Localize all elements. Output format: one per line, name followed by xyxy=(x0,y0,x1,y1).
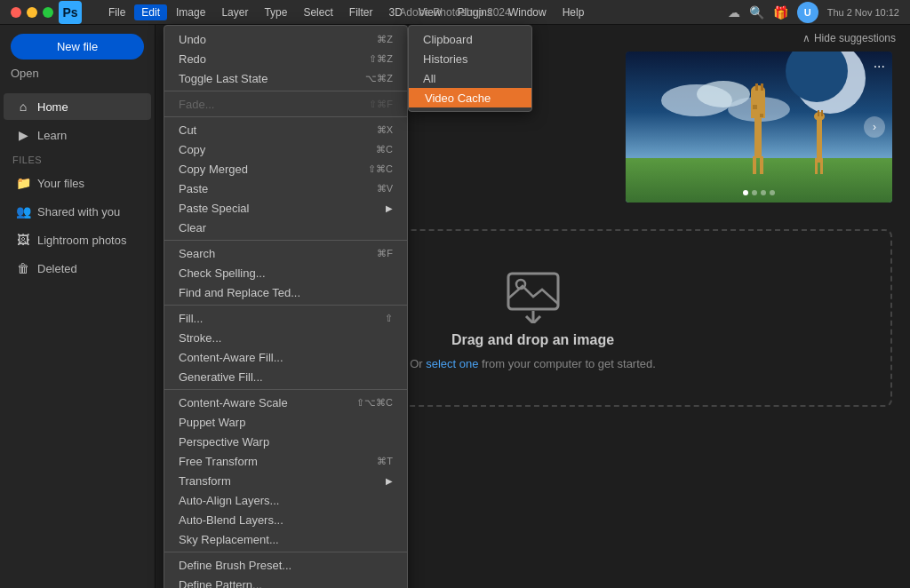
menu-filter[interactable]: Filter xyxy=(342,4,380,20)
svg-rect-12 xyxy=(753,156,756,174)
purge-clipboard[interactable]: Clipboard xyxy=(409,29,531,49)
new-file-button[interactable]: New file xyxy=(11,34,144,60)
svg-rect-16 xyxy=(817,118,822,163)
hide-suggestions-button[interactable]: ∧ Hide suggestions xyxy=(802,32,896,44)
menu-check-spelling[interactable]: Check Spelling... xyxy=(164,263,407,282)
menu-type[interactable]: Type xyxy=(257,4,294,20)
menu-select[interactable]: Select xyxy=(296,4,339,20)
menu-fill[interactable]: Fill...⇧ xyxy=(164,308,407,328)
purge-video-cache[interactable]: Video Cache xyxy=(409,88,531,107)
drop-image-icon xyxy=(505,266,562,323)
maximize-button[interactable] xyxy=(43,7,53,18)
menu-sky-replacement[interactable]: Sky Replacement... xyxy=(164,529,407,549)
separator-2 xyxy=(164,116,407,117)
shared-icon: 👥 xyxy=(16,204,30,219)
menu-edit[interactable]: Edit xyxy=(134,4,167,20)
sidebar: New file Open ⌂ Home ▶ Learn FILES 📁 You… xyxy=(0,25,156,588)
svg-rect-18 xyxy=(818,110,819,116)
menu-generative-fill[interactable]: Generative Fill... xyxy=(164,367,407,386)
sidebar-item-your-files[interactable]: 📁 Your files xyxy=(4,170,151,196)
edit-dropdown-menu: Undo⌘Z Redo⇧⌘Z Toggle Last State⌥⌘Z Fade… xyxy=(164,25,408,588)
svg-rect-13 xyxy=(760,156,763,174)
drop-post-text: from your computer to get started. xyxy=(478,357,655,370)
separator-4 xyxy=(164,305,407,306)
svg-rect-21 xyxy=(820,158,823,174)
svg-rect-14 xyxy=(753,105,757,109)
separator-5 xyxy=(164,389,407,390)
menu-paste-special[interactable]: Paste Special▶ xyxy=(164,198,407,218)
menu-help[interactable]: Help xyxy=(555,4,592,20)
menu-stroke[interactable]: Stroke... xyxy=(164,328,407,347)
separator-6 xyxy=(164,552,407,552)
svg-rect-20 xyxy=(815,158,818,174)
close-button[interactable] xyxy=(11,7,21,18)
purge-submenu: Clipboard Histories All Video Cache xyxy=(408,25,532,112)
menu-content-aware-scale[interactable]: Content-Aware Scale⇧⌥⌘C xyxy=(164,393,407,412)
title-bar: Ps File Edit Image Layer Type Select Fil… xyxy=(0,0,910,25)
your-files-label: Your files xyxy=(37,177,84,190)
cloud-icon[interactable]: ☁ xyxy=(728,5,740,20)
sidebar-item-learn[interactable]: ▶ Learn xyxy=(4,122,151,148)
sidebar-item-home[interactable]: ⌂ Home xyxy=(4,93,151,120)
drop-subtitle: Or select one from your computer to get … xyxy=(410,357,656,370)
menu-layer[interactable]: Layer xyxy=(214,4,255,20)
hide-suggestions-label: Hide suggestions xyxy=(814,32,896,44)
separator-3 xyxy=(164,240,407,241)
menu-clear[interactable]: Clear xyxy=(164,218,407,237)
carousel-dot-1[interactable] xyxy=(743,190,748,195)
learn-icon: ▶ xyxy=(16,128,30,142)
svg-rect-10 xyxy=(755,83,758,91)
menu-auto-align[interactable]: Auto-Align Layers... xyxy=(164,490,407,510)
purge-all[interactable]: All xyxy=(409,68,531,88)
minimize-button[interactable] xyxy=(27,7,37,18)
sidebar-item-lightroom[interactable]: 🖼 Lightroom photos xyxy=(4,226,151,253)
sidebar-item-shared[interactable]: 👥 Shared with you xyxy=(4,198,151,225)
menu-paste[interactable]: Paste⌘V xyxy=(164,179,407,198)
window-title: Adobe Photoshop 2024 xyxy=(399,6,510,19)
menu-puppet-warp[interactable]: Puppet Warp xyxy=(164,412,407,432)
menu-transform[interactable]: Transform▶ xyxy=(164,471,407,490)
carousel-image xyxy=(626,52,892,203)
purge-histories[interactable]: Histories xyxy=(409,49,531,68)
shared-label: Shared with you xyxy=(37,205,120,219)
menu-file[interactable]: File xyxy=(101,4,132,20)
home-icon: ⌂ xyxy=(16,99,30,114)
carousel-dots xyxy=(743,190,775,195)
menu-toggle-last-state[interactable]: Toggle Last State⌥⌘Z xyxy=(164,68,407,88)
select-one-link[interactable]: select one xyxy=(426,357,478,370)
menu-redo[interactable]: Redo⇧⌘Z xyxy=(164,49,407,68)
search-icon[interactable]: 🔍 xyxy=(749,5,764,20)
menu-search[interactable]: Search⌘F xyxy=(164,243,407,263)
drop-title: Drag and drop an image xyxy=(451,332,614,348)
sidebar-item-home-label: Home xyxy=(37,100,68,114)
menu-auto-blend[interactable]: Auto-Blend Layers... xyxy=(164,510,407,529)
menu-free-transform[interactable]: Free Transform⌘T xyxy=(164,451,407,471)
menu-define-brush[interactable]: Define Brush Preset... xyxy=(164,555,407,575)
svg-rect-6 xyxy=(626,158,892,203)
menu-image[interactable]: Image xyxy=(169,4,212,20)
menu-undo[interactable]: Undo⌘Z xyxy=(164,29,407,49)
carousel-dot-3[interactable] xyxy=(761,190,766,195)
menu-find-replace[interactable]: Find and Replace Ted... xyxy=(164,282,407,302)
menu-copy-merged[interactable]: Copy Merged⇧⌘C xyxy=(164,159,407,179)
avatar[interactable]: U xyxy=(797,2,818,23)
menu-content-aware-fill[interactable]: Content-Aware Fill... xyxy=(164,347,407,367)
carousel-next-button[interactable]: › xyxy=(864,116,885,138)
separator-1 xyxy=(164,91,407,91)
chevron-up-icon: ∧ xyxy=(802,32,810,44)
time-display: Thu 2 Nov 10:12 xyxy=(827,7,899,18)
menu-cut[interactable]: Cut⌘X xyxy=(164,120,407,139)
title-bar-right: ☁ 🔍 🎁 U Thu 2 Nov 10:12 xyxy=(728,2,899,23)
sidebar-item-learn-label: Learn xyxy=(37,129,67,142)
carousel-dot-2[interactable] xyxy=(752,190,757,195)
menu-define-pattern[interactable]: Define Pattern... xyxy=(164,575,407,588)
menu-copy[interactable]: Copy⌘C xyxy=(164,139,407,159)
sidebar-item-deleted[interactable]: 🗑 Deleted xyxy=(4,255,151,282)
carousel-menu-icon[interactable]: ··· xyxy=(874,59,885,75)
carousel-dot-4[interactable] xyxy=(770,190,775,195)
open-button[interactable]: Open xyxy=(11,67,144,80)
deleted-label: Deleted xyxy=(37,262,77,275)
folder-icon: 📁 xyxy=(16,176,30,190)
gift-icon[interactable]: 🎁 xyxy=(773,5,788,20)
menu-perspective-warp[interactable]: Perspective Warp xyxy=(164,432,407,451)
